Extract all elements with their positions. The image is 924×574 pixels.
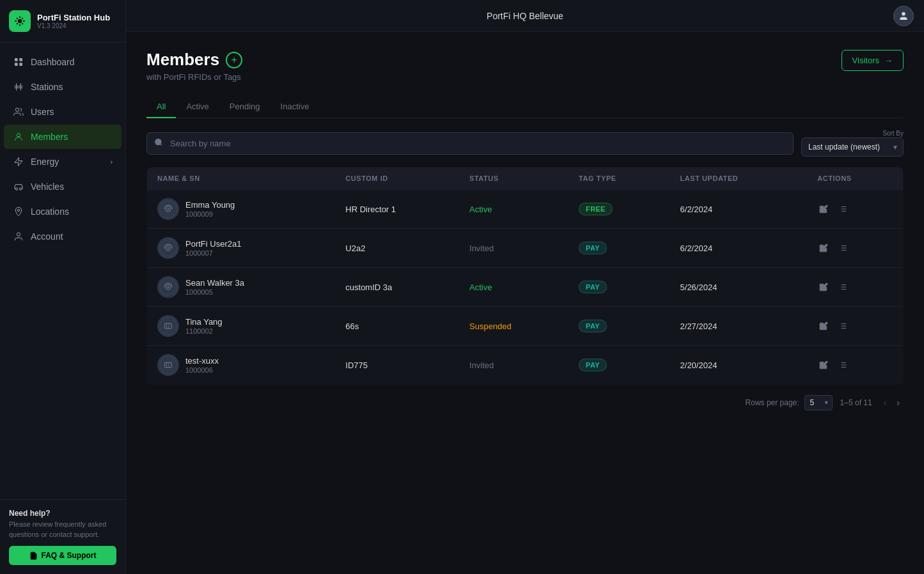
rows-per-page-label: Rows per page: — [746, 398, 799, 407]
member-sn: 1000006 — [185, 366, 219, 374]
visitors-arrow-icon: → — [884, 56, 893, 65]
edit-button[interactable] — [817, 242, 830, 254]
member-info: Sean Walker 3a 1000005 — [185, 278, 244, 296]
menu-button[interactable] — [836, 320, 849, 332]
rows-per-page-select[interactable]: 5 10 25 50 — [804, 395, 833, 410]
status-badge: Active — [469, 205, 492, 214]
search-sort-row: Sort By Last update (newest) Last update… — [146, 130, 904, 157]
members-table: NAME & SN CUSTOM ID STATUS TAG TYPE LAST… — [146, 167, 904, 385]
status-cell: Active — [459, 190, 568, 229]
tag-type-cell: FREE — [568, 190, 670, 229]
svg-point-5 — [15, 108, 19, 111]
member-name-cell: Sean Walker 3a 1000005 — [147, 268, 336, 307]
member-name: Sean Walker 3a — [185, 278, 244, 288]
tag-type-cell: PAY — [568, 268, 670, 307]
sidebar-item-members[interactable]: Members — [4, 125, 121, 149]
member-info: test-xuxx 1000006 — [185, 356, 219, 374]
sidebar-item-energy[interactable]: Energy › — [4, 150, 121, 174]
sidebar-item-vehicles-label: Vehicles — [31, 182, 64, 192]
status-cell: Invited — [459, 229, 568, 268]
svg-point-6 — [17, 134, 20, 137]
sort-select[interactable]: Last update (newest) Last update (oldest… — [801, 137, 904, 157]
actions-cell — [807, 229, 903, 268]
brand-logo — [9, 10, 31, 32]
sidebar-item-members-label: Members — [31, 132, 68, 142]
menu-button[interactable] — [836, 359, 849, 371]
tag-type-cell: PAY — [568, 229, 670, 268]
brand-version: V1.3 2024 — [37, 22, 110, 29]
status-cell: Suspended — [459, 307, 568, 346]
edit-button[interactable] — [817, 320, 830, 332]
page-header: Members + with PortFi RFIDs or Tags Visi… — [146, 50, 904, 82]
menu-button[interactable] — [836, 242, 849, 254]
status-badge: Active — [469, 283, 492, 292]
topbar-title: PortFi HQ Bellevue — [487, 11, 563, 21]
edit-button[interactable] — [817, 359, 830, 371]
table-row: Tina Yang 1100002 66s Suspended PAY 2/27… — [147, 307, 904, 346]
member-avatar — [157, 198, 179, 220]
tab-pending[interactable]: Pending — [219, 96, 270, 118]
faq-button[interactable]: FAQ & Support — [9, 546, 116, 565]
search-input[interactable] — [146, 132, 794, 155]
svg-rect-2 — [19, 58, 22, 61]
main-content: PortFi HQ Bellevue Members + with PortFi… — [126, 0, 924, 574]
member-name: Emma Young — [185, 200, 235, 210]
sidebar: PortFi Station Hub V1.3 2024 Dashboard S… — [0, 0, 126, 574]
locations-icon — [13, 206, 24, 217]
energy-icon — [13, 156, 24, 167]
sidebar-item-account[interactable]: Account — [4, 224, 121, 249]
sidebar-item-stations-label: Stations — [31, 82, 63, 92]
sidebar-item-locations[interactable]: Locations — [4, 199, 121, 224]
page-nav: ‹ › — [880, 395, 904, 410]
sidebar-item-stations[interactable]: Stations — [4, 75, 121, 99]
faq-button-label: FAQ & Support — [42, 551, 97, 560]
last-updated-cell: 5/26/2024 — [670, 268, 808, 307]
col-last-updated: LAST UPDATED — [670, 167, 808, 190]
svg-point-40 — [160, 318, 176, 334]
sidebar-item-users[interactable]: Users — [4, 100, 121, 124]
custom-id-cell: 66s — [335, 307, 459, 346]
vehicles-icon — [13, 181, 24, 192]
edit-button[interactable] — [817, 203, 830, 215]
svg-point-10 — [17, 233, 20, 236]
user-avatar[interactable] — [893, 6, 914, 26]
table-row: Sean Walker 3a 1000005 customID 3a Activ… — [147, 268, 904, 307]
tab-active[interactable]: Active — [176, 96, 219, 118]
rows-per-page: Rows per page: 5 10 25 50 ▼ — [746, 395, 833, 410]
member-name-cell: Emma Young 1000009 — [147, 190, 336, 229]
dashboard-icon — [13, 56, 24, 68]
last-updated-cell: 6/2/2024 — [670, 190, 808, 229]
member-name-cell: test-xuxx 1000006 — [147, 346, 336, 385]
edit-button[interactable] — [817, 281, 830, 293]
tag-type-badge: PAY — [579, 281, 607, 293]
brand-name: PortFi Station Hub — [37, 13, 110, 23]
custom-id-cell: U2a2 — [335, 229, 459, 268]
add-member-button[interactable]: + — [226, 52, 242, 68]
sort-wrapper: Last update (newest) Last update (oldest… — [801, 137, 904, 157]
member-info: PortFi User2a1 1000007 — [185, 239, 241, 257]
sidebar-nav: Dashboard Stations Users Members — [0, 43, 125, 499]
svg-point-7 — [15, 188, 17, 190]
member-info: Tina Yang 1100002 — [185, 317, 223, 335]
sidebar-item-vehicles[interactable]: Vehicles — [4, 175, 121, 199]
status-badge: Suspended — [469, 322, 512, 331]
menu-button[interactable] — [836, 281, 849, 293]
stations-icon — [13, 81, 24, 93]
status-badge: Invited — [469, 244, 494, 253]
tab-all[interactable]: All — [146, 96, 176, 118]
menu-button[interactable] — [836, 203, 849, 215]
next-page-button[interactable]: › — [893, 395, 904, 410]
sidebar-item-users-label: Users — [31, 107, 54, 117]
prev-page-button[interactable]: ‹ — [880, 395, 891, 410]
member-sn: 1000007 — [185, 249, 241, 257]
last-updated-cell: 2/20/2024 — [670, 346, 808, 385]
member-avatar — [157, 354, 179, 376]
search-container — [146, 132, 794, 155]
visitors-button[interactable]: Visitors → — [842, 50, 904, 71]
svg-rect-3 — [15, 63, 18, 66]
col-actions: ACTIONS — [807, 167, 903, 190]
sidebar-item-energy-label: Energy — [31, 157, 59, 167]
tab-inactive[interactable]: Inactive — [270, 96, 320, 118]
sidebar-item-dashboard[interactable]: Dashboard — [4, 50, 121, 74]
help-subtitle: Please review frequently asked questions… — [9, 520, 116, 539]
